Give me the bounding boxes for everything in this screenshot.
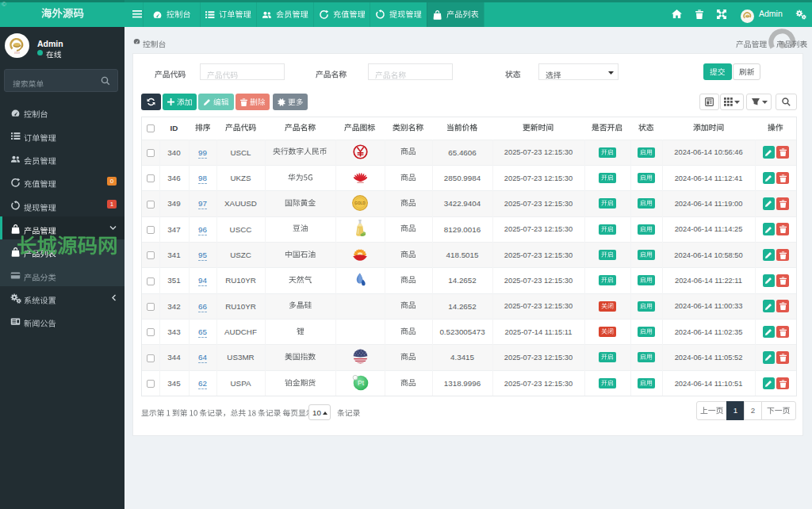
svg-text:Pt: Pt — [357, 379, 364, 387]
svg-text:GOLD: GOLD — [354, 201, 366, 205]
svg-text:####: #### — [14, 52, 20, 55]
